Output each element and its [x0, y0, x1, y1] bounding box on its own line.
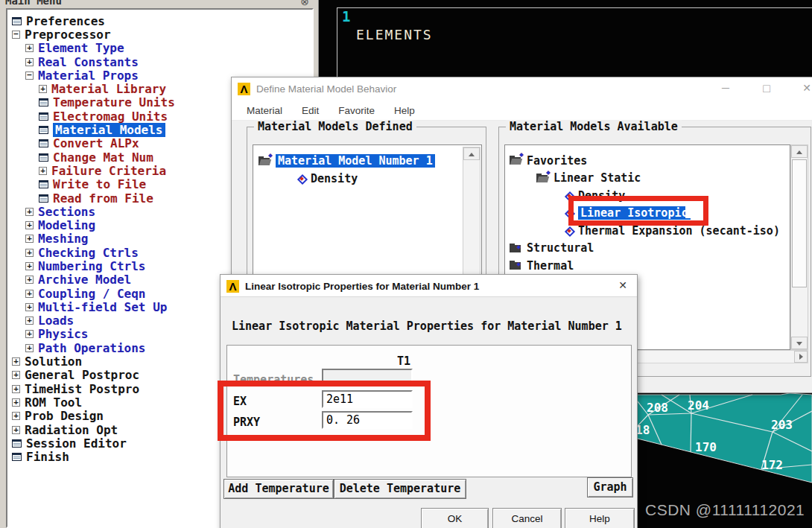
expand-icon[interactable]: +: [25, 290, 34, 298]
tree-item[interactable]: Material Model Number 1: [255, 152, 480, 170]
dialog-title: Linear Isotropic Properties for Material…: [245, 275, 479, 298]
tree-item-label: Linear Static: [554, 171, 641, 185]
scroll-down-icon[interactable]: [791, 337, 808, 349]
collapse-icon[interactable]: −: [12, 31, 20, 39]
expand-icon[interactable]: +: [25, 303, 34, 311]
tree-item-label: Loads: [38, 314, 74, 328]
tree-item-label: Prob Design: [25, 409, 104, 423]
tree-item[interactable]: Thermal: [507, 257, 788, 275]
dialog-box-icon: [12, 439, 22, 448]
tree-item-label: Meshing: [38, 232, 88, 246]
element-number-label: 170: [695, 440, 717, 454]
available-scrollbar[interactable]: [790, 144, 808, 350]
expand-icon[interactable]: +: [25, 262, 34, 270]
tree-item-label: Structural: [527, 241, 594, 255]
expand-icon[interactable]: +: [12, 426, 20, 434]
tree-item-label: Material Model Number 1: [276, 154, 435, 168]
dialog-box-icon: [12, 453, 22, 461]
expand-icon[interactable]: +: [25, 317, 34, 325]
tree-item-label: Failure Criteria: [51, 164, 166, 178]
menubar-item-edit[interactable]: Edit: [302, 105, 319, 116]
tree-item-label: Sections: [38, 205, 95, 219]
tree-item-label: Path Operations: [38, 341, 146, 355]
delete-temperature-button[interactable]: Delete Temperature: [334, 479, 466, 499]
tree-item-label: Convert ALPx: [53, 136, 139, 150]
material-property-icon: [564, 226, 574, 236]
expand-icon[interactable]: +: [25, 58, 34, 66]
tree-item-label: Preferences: [26, 14, 105, 28]
expand-icon[interactable]: +: [12, 357, 20, 366]
scroll-right-icon[interactable]: [794, 351, 808, 363]
tree-item-label: Element Type: [38, 41, 124, 55]
element-number-label: 203: [771, 418, 793, 432]
folder-open-icon: [258, 156, 272, 166]
menubar-item-help[interactable]: Help: [394, 105, 415, 116]
expand-icon[interactable]: +: [25, 235, 34, 243]
tree-item-label: Electromag Units: [53, 109, 168, 124]
expand-icon[interactable]: +: [25, 330, 34, 338]
expand-icon[interactable]: +: [25, 344, 34, 352]
folder-open-icon: [510, 156, 523, 165]
tree-item[interactable]: Preferences: [9, 14, 311, 28]
menubar-item-material[interactable]: Material: [247, 105, 282, 116]
menu-close-icon[interactable]: ⊗: [300, 0, 309, 7]
expand-icon[interactable]: +: [25, 276, 34, 284]
tree-item-label: Finish: [26, 450, 69, 464]
plot-window-number: 1: [342, 8, 350, 25]
expand-icon[interactable]: +: [39, 85, 47, 93]
tree-item-label: Material Models: [53, 123, 165, 137]
menubar-item-favorite[interactable]: Favorite: [338, 105, 375, 116]
plot-title: ELEMENTS: [356, 27, 433, 42]
tree-item-label: Real Constants: [38, 55, 139, 69]
cancel-button[interactable]: Cancel: [492, 508, 562, 528]
dialog-menubar: MaterialEditFavoriteHelp: [232, 101, 812, 121]
folder-open-icon: [536, 174, 550, 183]
expand-icon[interactable]: +: [25, 221, 34, 229]
expand-icon[interactable]: +: [12, 412, 20, 420]
dialog-titlebar[interactable]: Λ Define Material Model Behavior: [232, 77, 812, 101]
available-group-title: Material Models Available: [506, 120, 682, 133]
scroll-thumb[interactable]: [792, 159, 807, 287]
tree-item-label: Material Props: [38, 69, 139, 83]
collapse-icon[interactable]: −: [25, 71, 34, 80]
expand-icon[interactable]: +: [39, 167, 47, 175]
properties-heading: Linear Isotropic Material Properties for…: [232, 319, 622, 333]
tree-item-label: Thermal Expansion (secant-iso): [578, 224, 780, 238]
expand-icon[interactable]: +: [12, 371, 20, 379]
element-number-label: 204: [688, 398, 709, 413]
expand-icon[interactable]: +: [12, 385, 20, 393]
expand-icon[interactable]: +: [25, 208, 34, 216]
add-temperature-button[interactable]: Add Temperature: [223, 479, 334, 499]
tree-item-label: Temperature Units: [53, 95, 175, 109]
tree-item[interactable]: Favorites: [507, 152, 788, 170]
tree-item[interactable]: −Preprocessor: [9, 28, 311, 41]
tree-item-label: Solution: [25, 354, 82, 369]
expand-icon[interactable]: +: [12, 398, 20, 407]
tree-item-label: Multi-field Set Up: [38, 300, 167, 314]
tree-item-label: Numbering Ctrls: [38, 259, 146, 273]
minimize-button[interactable]: [713, 77, 738, 101]
tree-item-label: TimeHist Postpro: [25, 382, 139, 396]
dialog-box-icon: [39, 126, 48, 134]
graph-button[interactable]: Graph: [587, 477, 633, 497]
close-button[interactable]: [610, 275, 635, 298]
dialog-box-icon: [39, 139, 48, 147]
expand-icon[interactable]: +: [25, 249, 34, 257]
tree-item[interactable]: +Real Constants: [9, 55, 311, 69]
tree-item-label: Write to File: [53, 177, 146, 191]
scroll-up-icon[interactable]: [791, 145, 808, 158]
help-button[interactable]: Help: [565, 508, 635, 528]
scroll-up-icon[interactable]: [463, 147, 480, 160]
tree-item[interactable]: Structural: [507, 240, 788, 258]
dialog-titlebar[interactable]: Λ Linear Isotropic Properties for Materi…: [221, 275, 637, 297]
tree-item[interactable]: Density: [255, 170, 480, 188]
dialog-box-icon: [39, 153, 48, 162]
expand-icon[interactable]: +: [25, 44, 34, 52]
folder-closed-icon: [510, 261, 523, 270]
close-button[interactable]: [794, 77, 812, 101]
tree-item[interactable]: Linear Static: [507, 170, 788, 188]
element-number-label: 172: [761, 458, 783, 472]
tree-item[interactable]: +Element Type: [9, 42, 311, 55]
maximize-button[interactable]: [754, 77, 779, 101]
ok-button[interactable]: OK: [421, 508, 489, 528]
